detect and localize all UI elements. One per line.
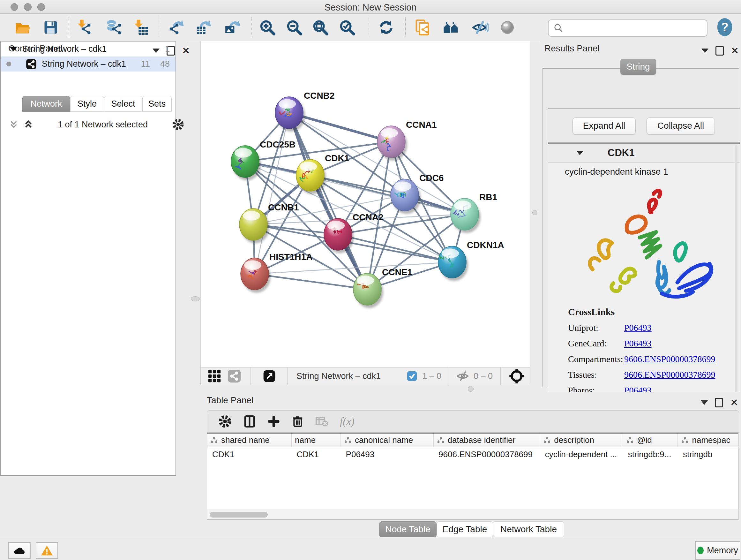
search-input[interactable]	[566, 21, 707, 35]
column-header-description[interactable]: description	[540, 434, 623, 447]
node-table[interactable]: shared namenamecanonical namedatabase id…	[207, 433, 738, 520]
network-row[interactable]: String Network – cdk1 11 48	[1, 57, 176, 71]
tree-expand-icon[interactable]	[10, 47, 17, 51]
refresh-layout-icon[interactable]	[377, 18, 395, 37]
zoom-out-icon[interactable]	[285, 18, 304, 37]
show-columns-icon[interactable]	[243, 415, 256, 428]
network-node-RB1[interactable]: RB1	[451, 192, 497, 233]
network-node-CDC25B[interactable]: CDC25B	[231, 139, 295, 180]
float-panel-icon[interactable]	[716, 46, 724, 56]
crosslink-label: Tissues:	[568, 370, 624, 380]
expand-all-icon[interactable]	[23, 119, 34, 130]
expand-all-button[interactable]: Expand All	[572, 118, 636, 135]
close-panel-icon[interactable]: ✕	[182, 47, 190, 55]
table-scrollbar-thumb[interactable]	[210, 512, 268, 517]
network-node-CDKN1A[interactable]: CDKN1A	[438, 240, 504, 281]
tab-string[interactable]: String	[620, 59, 656, 75]
tab-style[interactable]: Style	[70, 96, 104, 112]
help-button[interactable]: ?	[718, 18, 732, 36]
column-header-database-identifier[interactable]: database identifier	[433, 434, 540, 447]
create-column-plus-icon[interactable]	[267, 415, 280, 428]
network-node-CCNB2[interactable]: CCNB2	[275, 91, 334, 132]
level-of-detail-icon[interactable]	[498, 18, 517, 37]
network-node-CCNE1[interactable]: CCNE1	[353, 267, 412, 308]
collapse-all-button[interactable]: Collapse All	[647, 118, 715, 135]
protein-name: CDK1	[608, 147, 634, 159]
import-network-database-icon[interactable]	[105, 18, 124, 37]
crosslink-link[interactable]: 9606.ENSP00000378699	[624, 370, 715, 380]
crosslink-link[interactable]: P06493	[624, 338, 652, 349]
close-panel-icon[interactable]: ✕	[730, 399, 738, 407]
warnings-button[interactable]	[36, 542, 58, 559]
panel-menu-icon[interactable]	[701, 49, 709, 53]
crosslink-link[interactable]: P06493	[624, 323, 652, 333]
network-snapshot-icon[interactable]	[414, 18, 432, 37]
tab-network[interactable]: Network	[22, 96, 70, 112]
open-in-window-icon[interactable]	[262, 369, 276, 383]
protein-accordion-header[interactable]: CDK1	[548, 144, 740, 163]
table-cell[interactable]: P06493	[341, 447, 433, 462]
zoom-in-icon[interactable]	[258, 18, 277, 37]
tab-sets[interactable]: Sets	[142, 96, 172, 112]
table-cell[interactable]: stringdb	[678, 447, 738, 462]
table-settings-gear-icon[interactable]	[218, 415, 232, 428]
left-splitter-handle[interactable]	[191, 296, 200, 301]
column-header-namespac[interactable]: namespac	[678, 434, 738, 447]
float-panel-icon[interactable]	[715, 398, 723, 408]
export-network-icon[interactable]	[167, 18, 186, 37]
import-table-file-icon[interactable]	[131, 18, 150, 37]
tab-edge-table[interactable]: Edge Table	[436, 521, 493, 537]
network-collection-row[interactable]: String Network – cdk1 1	[1, 42, 176, 57]
string-home-icon[interactable]	[442, 18, 460, 37]
export-image-icon[interactable]	[224, 18, 242, 37]
node-count: 11	[141, 59, 150, 69]
table-cell[interactable]: CDK1	[207, 447, 292, 462]
table-row[interactable]: CDK1CDK1P064939606.ENSP00000378699cyclin…	[207, 447, 738, 462]
column-header-canonical-name[interactable]: canonical name	[341, 434, 433, 447]
fit-selected-crosshair-icon[interactable]	[509, 368, 525, 384]
selected-checkbox-icon[interactable]	[406, 370, 418, 382]
column-header--id[interactable]: @id	[623, 434, 678, 447]
collapse-all-icon[interactable]	[8, 119, 19, 130]
table-cell[interactable]: cyclin-dependent ...	[540, 447, 623, 462]
birdseye-grid-icon[interactable]	[207, 369, 222, 383]
node-label-RB1: RB1	[479, 192, 497, 202]
memory-button[interactable]: Memory	[695, 541, 740, 560]
network-options-gear-icon[interactable]	[172, 118, 185, 131]
import-network-file-icon[interactable]	[74, 18, 93, 37]
accordion-collapse-icon[interactable]	[576, 151, 583, 155]
network-node-CCNA1[interactable]: CCNA1	[377, 120, 436, 161]
table-cell[interactable]: stringdb:9...	[623, 447, 678, 462]
open-session-icon[interactable]	[13, 18, 31, 37]
search-box[interactable]	[548, 19, 708, 37]
tab-node-table[interactable]: Node Table	[379, 521, 436, 537]
export-table-icon[interactable]	[194, 18, 213, 37]
column-header-name[interactable]: name	[292, 434, 341, 447]
zoom-fit-icon[interactable]	[311, 18, 330, 37]
column-header-shared-name[interactable]: shared name	[207, 434, 292, 447]
crosslinks-title: CrossLinks	[568, 307, 715, 317]
table-cell[interactable]: CDK1	[292, 447, 341, 462]
tab-network-table[interactable]: Network Table	[493, 521, 564, 537]
save-session-icon[interactable]	[42, 18, 60, 37]
network-edge-CCNB2-CCNE1[interactable]	[289, 113, 367, 289]
delete-column-trash-icon[interactable]	[291, 415, 304, 428]
table-scrollbar-track[interactable]	[207, 509, 738, 520]
network-view-canvas[interactable]: CCNB2CCNA1CDC25BCDK1CDC6RB1CCNB1CCNA2CDK…	[200, 41, 530, 367]
network-edge-HIST1H1A-CCNE1[interactable]	[255, 274, 367, 289]
right-splitter-handle[interactable]	[532, 210, 537, 215]
toolbar-separator	[252, 17, 252, 37]
tab-select[interactable]: Select	[104, 96, 142, 112]
hide-graphics-details-icon[interactable]	[471, 18, 489, 37]
zoom-selected-icon[interactable]	[338, 18, 356, 37]
table-cell[interactable]: 9606.ENSP00000378699	[433, 447, 540, 462]
panel-menu-icon[interactable]	[701, 400, 708, 405]
network-edge-CCNB2-HIST1H1A[interactable]	[255, 113, 289, 274]
vertical-scrollbar-track[interactable]	[735, 145, 738, 409]
crosslink-link[interactable]: 9606.ENSP00000378699	[624, 354, 715, 364]
close-panel-icon[interactable]: ✕	[731, 47, 739, 55]
network-node-CDC6[interactable]: CDC6	[391, 173, 444, 214]
cloud-button[interactable]	[8, 542, 30, 559]
bottom-splitter-handle[interactable]	[468, 386, 474, 392]
string-badge-icon[interactable]	[227, 369, 242, 383]
